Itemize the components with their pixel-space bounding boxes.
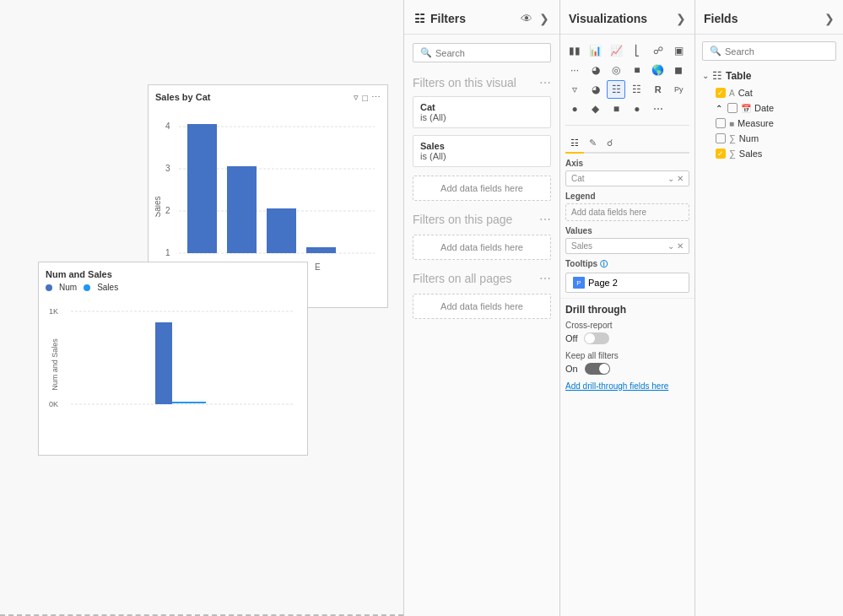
cat-filter-card[interactable]: Cat is (All)	[413, 96, 551, 128]
viz-icon-grid: ▮▮ 📊 📈 ⎣ ☍ ▣ ··· ◕ ◎ ■ 🌎 ◼ ▿ ◕ ☷ ☷ R Py …	[560, 35, 694, 122]
keep-filters-label: Keep all filters	[565, 351, 689, 360]
axis-dropdown[interactable]: Cat ⌄ ✕	[565, 170, 689, 186]
more-options-icon[interactable]: ⋯	[539, 76, 551, 89]
filters-search-box[interactable]: 🔍	[413, 43, 551, 62]
table-expand-arrow: ⌄	[702, 71, 709, 80]
viz-donut-icon[interactable]: ◎	[607, 61, 625, 79]
filters-expand-icon[interactable]: ❯	[539, 12, 549, 25]
viz-slicer-icon[interactable]: ◆	[586, 100, 605, 118]
viz-tab-format[interactable]: ✎	[584, 134, 602, 152]
fields-search-box[interactable]: 🔍	[702, 41, 836, 61]
axis-label: Axis	[565, 159, 689, 168]
viz-py-icon[interactable]: Py	[669, 80, 688, 99]
viz-map-icon[interactable]: 🌎	[649, 61, 667, 79]
svg-text:Sales: Sales	[155, 196, 162, 217]
keep-filters-toggle-row: On	[565, 363, 689, 375]
viz-stacked-bar-icon[interactable]: ▮▮	[565, 41, 584, 60]
viz-tab-fields[interactable]: ☷	[565, 134, 584, 154]
viz-funnel-icon[interactable]: ▿	[565, 80, 584, 99]
viz-gauge-icon[interactable]: ◕	[586, 80, 605, 99]
chart-legend: Num Sales	[46, 283, 300, 292]
svg-text:Num and Sales: Num and Sales	[51, 338, 59, 391]
keep-filters-on-label: On	[565, 364, 578, 374]
keep-filters-toggle[interactable]	[585, 363, 610, 375]
sales-checkbox[interactable]	[716, 149, 726, 159]
field-item-num[interactable]: ∑ Num	[695, 131, 843, 146]
viz-bar-chart-icon[interactable]: 📊	[586, 41, 605, 60]
add-drill-through-btn[interactable]: Add drill-through fields here	[565, 381, 689, 391]
num-checkbox[interactable]	[716, 133, 726, 143]
sales-field-name: Sales	[739, 149, 763, 159]
cat-checkbox[interactable]	[716, 88, 726, 98]
fields-search-icon: 🔍	[710, 46, 721, 57]
add-visual-filter-btn[interactable]: Add data fields here	[413, 176, 551, 201]
viz-more-icon[interactable]: ⋯	[649, 100, 667, 118]
num-sales-svg: 1K 0K Num and Sales	[46, 297, 299, 436]
filters-on-page-label: Filters on this page ⋯	[404, 206, 559, 230]
viz-r-icon[interactable]: R	[649, 80, 667, 99]
sales-filter-card[interactable]: Sales is (All)	[413, 135, 551, 167]
viz-filled-map-icon[interactable]: ◼	[669, 61, 688, 79]
more-options-all-icon[interactable]: ⋯	[539, 272, 551, 285]
num-type-icon: ∑	[729, 133, 736, 143]
page-icon: P	[573, 277, 585, 289]
add-all-filter-btn[interactable]: Add data fields here	[413, 294, 551, 319]
add-legend-field[interactable]: Add data fields here	[565, 203, 689, 221]
more-icon[interactable]: ⋯	[371, 92, 381, 103]
field-item-measure[interactable]: ■ Measure	[695, 116, 843, 131]
tooltip-page-box[interactable]: P Page 2	[565, 273, 689, 293]
fields-header: Fields ❯	[695, 0, 843, 35]
chart-toolbar: ▿ □ ⋯	[354, 92, 381, 103]
viz-divider	[565, 125, 689, 126]
viz-treemap-icon[interactable]: ■	[628, 61, 646, 79]
filters-search-icon: 🔍	[420, 47, 432, 58]
viz-kpi-icon[interactable]: ●	[565, 100, 584, 118]
field-item-sales[interactable]: ∑ Sales	[695, 146, 843, 161]
date-expand-arrow: ⌃	[716, 104, 722, 113]
svg-rect-11	[267, 208, 296, 253]
viz-line-bar-icon[interactable]: 📈	[607, 41, 625, 60]
sales-chart-title: Sales by Cat	[155, 92, 210, 102]
viz-expand-icon[interactable]: ❯	[676, 12, 686, 25]
measure-type-icon: ■	[729, 119, 734, 128]
viz-matrix-icon[interactable]: ☷	[628, 80, 646, 99]
viz-custom2-icon[interactable]: ●	[628, 100, 646, 118]
tooltips-label: Tooltips ⓘ	[565, 259, 689, 270]
field-item-cat[interactable]: A Cat	[695, 85, 843, 100]
more-options-page-icon[interactable]: ⋯	[539, 213, 551, 226]
cat-field-name: Cat	[738, 88, 753, 98]
filters-header: ☷ Filters 👁 ❯	[404, 0, 559, 35]
table-group-header[interactable]: ⌄ ☷ Table	[695, 66, 843, 85]
viz-tab-analytics[interactable]: ☌	[602, 134, 618, 152]
fields-expand-icon[interactable]: ❯	[824, 12, 835, 25]
date-checkbox[interactable]	[727, 103, 738, 113]
num-and-sales-chart[interactable]: Num and Sales Num Sales 1K 0K Num and Sa…	[38, 262, 308, 456]
viz-waterfall-icon[interactable]: ▣	[669, 41, 688, 60]
viz-scatter-icon[interactable]: ···	[565, 61, 584, 79]
tooltip-info-icon: ⓘ	[600, 260, 608, 268]
viz-table-icon[interactable]: ☷	[607, 80, 625, 99]
add-page-filter-btn[interactable]: Add data fields here	[413, 235, 551, 260]
viz-custom1-icon[interactable]: ■	[607, 100, 625, 118]
viz-ribbon-icon[interactable]: ☍	[649, 41, 667, 60]
field-item-date[interactable]: ⌃ 📅 Date	[695, 100, 843, 116]
measure-checkbox[interactable]	[716, 118, 726, 128]
filter-icon[interactable]: ▿	[354, 92, 359, 103]
focus-icon[interactable]: □	[362, 93, 368, 103]
svg-rect-9	[187, 124, 217, 253]
cross-report-toggle[interactable]	[584, 332, 609, 344]
fields-search-input[interactable]	[725, 46, 829, 57]
viz-props: ☷ ✎ ☌ Axis Cat ⌄ ✕ Legend Add data field…	[560, 129, 694, 298]
viz-pie-icon[interactable]: ◕	[586, 61, 605, 79]
cat-filter-value: is (All)	[420, 112, 543, 122]
num-legend-label: Num	[59, 283, 77, 292]
filters-search-input[interactable]	[435, 48, 543, 58]
viz-title: Visualizations	[569, 12, 647, 25]
filters-eye-icon[interactable]: 👁	[521, 12, 532, 25]
axis-chevron: ⌄ ✕	[667, 174, 684, 183]
values-dropdown[interactable]: Sales ⌄ ✕	[565, 238, 689, 254]
date-type-icon: 📅	[741, 104, 751, 113]
drill-through-section: Drill through Cross-report Off Keep all …	[560, 298, 694, 396]
svg-text:3: 3	[165, 164, 170, 173]
viz-area-icon[interactable]: ⎣	[628, 41, 646, 60]
